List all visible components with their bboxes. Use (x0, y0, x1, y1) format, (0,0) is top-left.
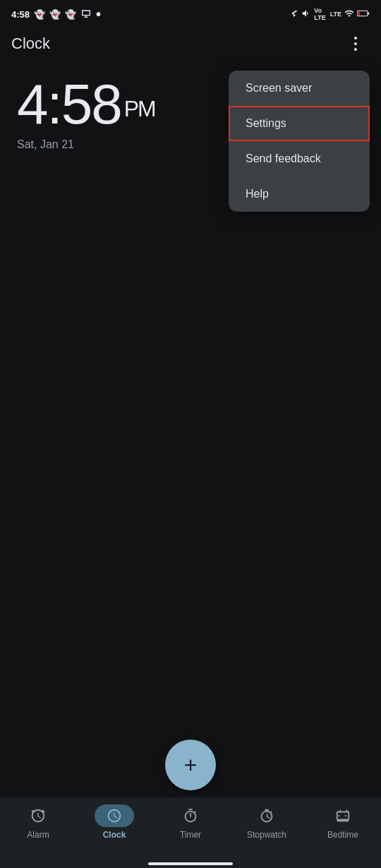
menu-item-help[interactable]: Help (229, 176, 370, 212)
dropdown-menu: Screen saver Settings Send feedback Help (229, 71, 370, 212)
menu-item-settings[interactable]: Settings (229, 106, 370, 141)
menu-item-send-feedback[interactable]: Send feedback (229, 141, 370, 176)
menu-item-screensaver[interactable]: Screen saver (229, 71, 370, 106)
